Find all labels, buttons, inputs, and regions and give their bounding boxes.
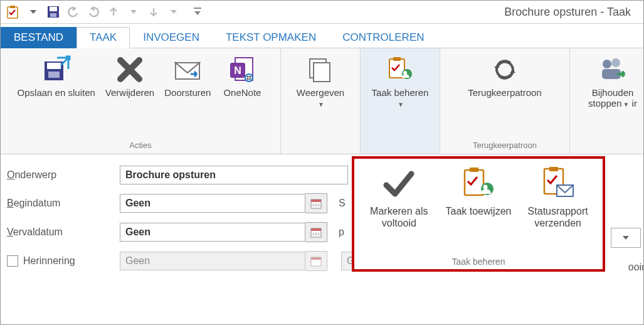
- manage-task-label: Taak beheren▼: [371, 87, 430, 109]
- stop-tracking-button[interactable]: Bijhouden stoppen▼ ir: [575, 52, 644, 112]
- percent-complete-trailing: ooid: [628, 262, 644, 273]
- reminder-checkbox[interactable]: [7, 255, 18, 267]
- manage-task-button[interactable]: Taak beheren▼: [366, 52, 435, 112]
- save-icon[interactable]: [45, 3, 62, 21]
- tab-review[interactable]: CONTROLEREN: [329, 27, 437, 48]
- subject-label: Onderwerp: [7, 169, 120, 181]
- show-button[interactable]: Weergeven▼: [292, 52, 349, 112]
- stop-tracking-icon: [598, 55, 628, 85]
- reminder-date-input: [120, 252, 305, 270]
- dropdown-footer-label: Taak beheren: [354, 257, 603, 267]
- send-status-label: Statusrapport verzenden: [520, 205, 596, 229]
- svg-rect-7: [47, 63, 61, 69]
- send-status-report-button[interactable]: Statusrapport verzenden: [520, 166, 596, 229]
- recurrence-button[interactable]: Terugkeerpatroon: [463, 52, 547, 100]
- svg-text:N: N: [235, 65, 242, 76]
- check-icon: [381, 166, 416, 201]
- drop-caret-icon[interactable]: [125, 3, 142, 21]
- start-date-picker-button[interactable]: [305, 193, 327, 213]
- mark-complete-button[interactable]: Markeren als voltooid: [361, 166, 436, 229]
- svg-rect-1: [10, 6, 15, 8]
- due-date-input[interactable]: [120, 223, 305, 242]
- calendar-icon: [310, 255, 322, 267]
- chevron-down-icon: ▼: [623, 101, 629, 109]
- svg-point-39: [483, 185, 487, 189]
- onenote-label: OneNote: [223, 87, 261, 98]
- group-show: Weergeven▼: [281, 48, 361, 154]
- svg-rect-36: [465, 170, 483, 195]
- qat-customize-icon[interactable]: [189, 3, 206, 21]
- svg-rect-16: [393, 57, 401, 61]
- due-date-label: Vervaldatum: [7, 226, 120, 238]
- drop-caret-icon[interactable]: [24, 3, 42, 21]
- assign-task-icon: [461, 166, 496, 201]
- qat-task-icon[interactable]: [4, 3, 22, 21]
- group-actions-label: Acties: [6, 139, 275, 152]
- send-status-icon: [541, 166, 576, 201]
- calendar-icon: [310, 226, 322, 238]
- undo-icon[interactable]: [65, 3, 82, 21]
- status-initial: S: [339, 198, 346, 209]
- delete-button[interactable]: Verwijderen: [100, 52, 159, 100]
- delete-icon: [115, 55, 145, 85]
- tab-file[interactable]: BESTAND: [1, 27, 77, 48]
- manage-task-dropdown: Markeren als voltooid Taak toewijzen Sta…: [352, 156, 605, 272]
- svg-point-20: [611, 58, 620, 67]
- save-and-close-button[interactable]: Opslaan en sluiten: [13, 52, 100, 100]
- svg-rect-14: [314, 63, 330, 82]
- chevron-down-icon: ▼: [398, 101, 404, 109]
- tab-task[interactable]: TAAK: [77, 27, 130, 48]
- recurrence-label: Terugkeerpatroon: [468, 87, 542, 98]
- svg-point-19: [603, 60, 611, 68]
- svg-rect-41: [549, 167, 558, 171]
- reminder-date-picker-button: [305, 251, 327, 271]
- show-label: Weergeven▼: [297, 87, 344, 109]
- start-date-label: Begindatum: [7, 198, 120, 209]
- quick-access-toolbar: Brochure opsturen - Taak: [1, 1, 643, 24]
- subject-input[interactable]: [120, 166, 348, 184]
- forward-button[interactable]: Doorsturen: [159, 52, 216, 100]
- svg-rect-5: [194, 8, 201, 9]
- svg-rect-35: [311, 257, 321, 260]
- assign-task-label: Taak toewijzen: [446, 205, 512, 217]
- stop-tracking-label: Bijhouden stoppen▼ ir: [580, 87, 644, 109]
- svg-rect-23: [311, 200, 321, 202]
- svg-rect-29: [311, 228, 321, 231]
- assign-task-button[interactable]: Taak toewijzen: [441, 166, 516, 229]
- svg-rect-8: [48, 72, 60, 78]
- group-manage-task: Taak beheren▼: [361, 48, 440, 154]
- manage-task-icon: [385, 55, 415, 85]
- calendar-icon: [310, 198, 322, 209]
- forward-icon: [172, 55, 203, 85]
- forward-label: Doorsturen: [164, 87, 211, 98]
- start-date-input[interactable]: [120, 194, 305, 213]
- ribbon-tabstrip: BESTAND TAAK INVOEGEN TEKST OPMAKEN CONT…: [1, 24, 643, 48]
- group-recurrence-label: Terugkeerpatroon: [445, 139, 564, 152]
- svg-rect-3: [50, 7, 57, 11]
- mark-complete-label: Markeren als voltooid: [361, 205, 436, 229]
- reminder-label: Herinnering: [7, 255, 120, 267]
- window-title: Brochure opsturen - Taak: [504, 1, 643, 23]
- tab-format-text[interactable]: TEKST OPMAKEN: [213, 27, 329, 48]
- chevron-down-icon: ▼: [318, 101, 324, 109]
- recurrence-icon: [490, 55, 520, 85]
- group-recurrence: Terugkeerpatroon Terugkeerpatroon: [440, 48, 570, 154]
- svg-rect-4: [50, 13, 56, 17]
- onenote-icon: N: [227, 55, 257, 85]
- redo-icon[interactable]: [85, 3, 102, 21]
- ribbon: Opslaan en sluiten Verwijderen Doorsture…: [1, 48, 643, 154]
- priority-initial: p: [339, 226, 344, 238]
- onenote-button[interactable]: N OneNote: [216, 52, 268, 100]
- tab-insert[interactable]: INVOEGEN: [130, 27, 213, 48]
- drop-caret-icon[interactable]: [165, 3, 182, 21]
- group-actions: Opslaan en sluiten Verwijderen Doorsture…: [1, 48, 281, 154]
- svg-rect-37: [470, 168, 478, 172]
- show-icon: [305, 55, 335, 85]
- group-tracking: Bijhouden stoppen▼ ir: [570, 48, 644, 154]
- delete-label: Verwijderen: [105, 87, 154, 98]
- status-dropdown-button[interactable]: [611, 228, 641, 248]
- save-close-icon: [41, 55, 71, 85]
- due-date-picker-button[interactable]: [305, 222, 327, 242]
- next-icon[interactable]: [145, 3, 162, 21]
- prev-icon[interactable]: [105, 3, 122, 21]
